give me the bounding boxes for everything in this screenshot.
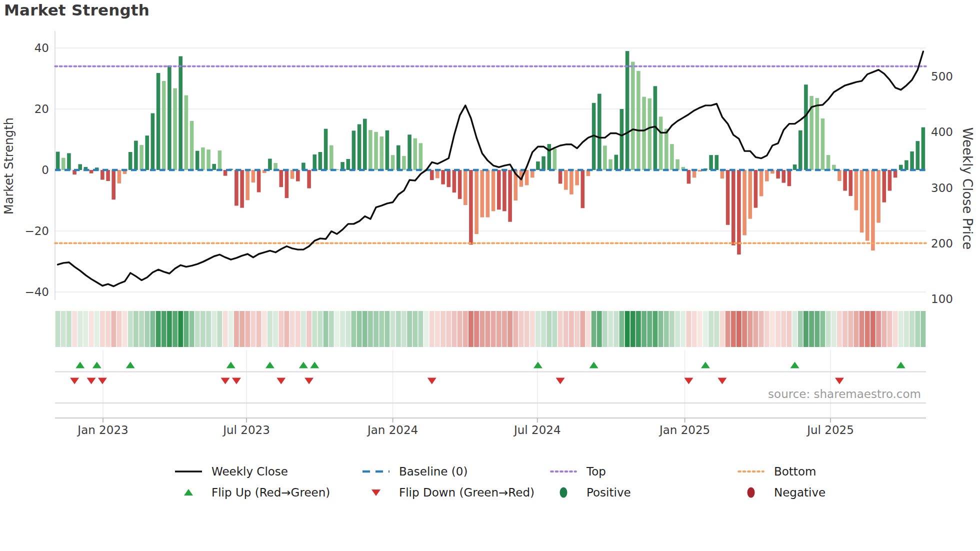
heatmap-cell [870,311,876,347]
heatmap-cell [396,311,401,347]
heatmap-cell [792,311,798,347]
bar [536,162,540,170]
heatmap-cell [798,311,803,347]
heatmap-cell [820,311,826,347]
legend-item-top: Top [548,465,735,478]
heatmap-cell [759,311,764,347]
bar [553,148,557,170]
bar [838,170,842,181]
heatmap-cell [296,311,300,347]
bar [324,129,328,170]
bar [636,71,640,170]
flip-down-icon [70,378,79,384]
bar [330,146,334,170]
heatmap-cell [362,311,368,347]
bar [788,170,792,186]
svg-text:Jan 2024: Jan 2024 [366,424,418,436]
heatmap-cell [832,311,836,347]
heatmap-cell [787,311,792,347]
flip-up-icon [76,362,84,368]
bar [290,170,294,179]
bar [871,170,875,250]
heatmap-cell [614,311,618,347]
page-title: Market Strength [4,1,150,19]
bar [882,170,886,202]
heatmap-cell [670,311,674,347]
heatmap-cell [334,311,340,347]
bar [190,121,194,170]
heatmap-cell [212,311,216,347]
heatmap-cell [468,311,474,347]
bar [664,129,668,170]
legend-item-label: Flip Up (Red→Green) [212,486,330,499]
bar [904,160,908,170]
bar [542,156,546,170]
heatmap-cell [647,311,652,347]
heatmap-cell [435,311,440,347]
heatmap-cell [620,311,624,347]
heatmap-cell [496,311,502,347]
heatmap-cell [273,311,278,347]
bar [118,170,122,184]
heatmap-cell [524,311,530,347]
heatmap-cell [698,311,702,347]
bar [162,81,166,170]
heatmap-cell [564,311,568,347]
heatmap-cell [837,311,842,347]
bar [447,170,451,187]
bar [396,146,400,170]
flip-down-icon [304,378,314,384]
heatmap-cell [134,311,138,347]
bar [715,155,719,170]
bar [218,150,222,170]
heatmap-cell [100,311,105,347]
heatmap-cell [675,311,680,347]
flip-down-icon [276,378,286,384]
bar [419,143,423,170]
flip-up-icon [534,362,542,368]
heatmap-cell [742,311,747,347]
heatmap-cell [486,311,490,347]
swatch-dashed-icon [360,465,392,478]
bar [140,145,144,170]
heatmap-cell [390,311,396,347]
heatmap-cell [653,311,658,347]
svg-text:400: 400 [931,126,953,138]
heatmap-cell [865,311,870,347]
flip-down-icon [98,378,107,384]
bar [430,170,434,180]
svg-text:0: 0 [42,164,49,176]
heatmap-cell [418,311,424,347]
flip-up-icon [266,362,274,368]
strength-bars [56,51,925,254]
bar [112,170,116,200]
heatmap-cell [357,311,362,347]
flip-down-icon [221,378,230,384]
heatmap-cell [128,311,133,347]
heatmap-cell [630,311,636,347]
heatmap-cell [686,311,692,347]
heatmap-cell [508,311,512,347]
svg-text:Jan 2025: Jan 2025 [658,424,710,436]
heatmap-cell [558,311,563,347]
legend-item-label: Positive [586,486,631,499]
bar [62,158,66,170]
heatmap-cell [139,311,144,347]
bar [212,164,216,170]
heatmap-cell [162,311,166,347]
heatmap-cell [893,311,898,347]
heatmap-cell [184,311,189,347]
bar [414,138,418,170]
heatmap-cell [458,311,462,347]
bar [843,170,847,191]
heatmap-cell [190,311,194,347]
legend-item-baseline-0: Baseline (0) [360,465,548,478]
bar [246,170,250,200]
bar [380,136,384,170]
heatmap-cell [513,311,518,347]
heatmap-cell [167,311,172,347]
heatmap-cell [440,311,446,347]
bar [458,170,462,199]
bar [307,170,311,188]
bar [156,73,160,170]
